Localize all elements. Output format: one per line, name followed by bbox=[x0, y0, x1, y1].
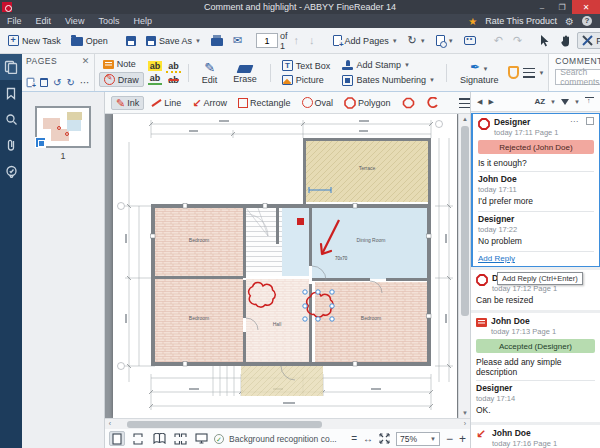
scroll-right-icon[interactable]: › bbox=[460, 419, 470, 429]
select-cursor-button[interactable] bbox=[536, 33, 554, 49]
collapse-all-icon[interactable] bbox=[585, 97, 594, 106]
sidebar-item-search[interactable] bbox=[0, 106, 22, 132]
rotate-button[interactable]: ↻ ▼ bbox=[404, 33, 430, 48]
save-button[interactable] bbox=[122, 34, 140, 48]
email-button[interactable]: ✉ bbox=[229, 33, 246, 48]
rate-product-link[interactable]: Rate This Product bbox=[485, 16, 557, 26]
gear-icon[interactable]: ⚙ bbox=[565, 16, 574, 27]
squiggly-underline-tool-button[interactable]: ab bbox=[166, 61, 181, 73]
continuous-view-button[interactable] bbox=[130, 431, 146, 446]
comments-search-input[interactable]: Search comments bbox=[555, 69, 600, 85]
two-page-view-button[interactable] bbox=[151, 431, 167, 446]
vertical-scroll-thumb[interactable] bbox=[461, 126, 469, 316]
new-task-button[interactable]: New Task bbox=[4, 33, 65, 48]
next-comment-button[interactable]: ▶ bbox=[488, 98, 493, 106]
text-box-button[interactable]: T Text Box bbox=[278, 59, 335, 72]
trash-icon[interactable] bbox=[40, 78, 48, 87]
page-number-input[interactable] bbox=[256, 33, 278, 48]
comment-thread[interactable]: ↙ John Doe today 17:16 Page 1 What's thi… bbox=[471, 425, 600, 448]
previous-comment-button[interactable]: ◀ bbox=[477, 98, 482, 106]
open-button[interactable]: Open bbox=[67, 33, 112, 48]
comment-checkbox[interactable] bbox=[586, 117, 594, 125]
sort-button[interactable]: AZ bbox=[534, 97, 545, 106]
comment-thread[interactable]: Designer today 17:12 Page 1 Add Reply (C… bbox=[471, 270, 600, 310]
fit-width-icon[interactable]: ↔ bbox=[363, 433, 373, 444]
zoom-out-button[interactable]: − bbox=[446, 433, 453, 445]
hand-tool-button[interactable] bbox=[556, 33, 575, 49]
next-page-button[interactable]: ↓ bbox=[305, 33, 319, 48]
print-button[interactable] bbox=[207, 33, 227, 48]
bates-numbering-button[interactable]: Bates Numbering ▼ bbox=[338, 74, 439, 87]
arrow-tool-button[interactable]: ↙ Arrow bbox=[188, 97, 231, 109]
filter-icon[interactable] bbox=[561, 99, 569, 105]
zoom-in-button[interactable]: + bbox=[459, 433, 466, 445]
cloud-tool-button[interactable] bbox=[398, 96, 419, 110]
line-tool-button[interactable]: Line bbox=[147, 97, 185, 109]
horizontal-scroll-thumb[interactable] bbox=[127, 421, 322, 428]
comment-thread[interactable]: Designer today 17:11 Page 1 ⋯ Rejected (… bbox=[471, 113, 600, 267]
help-icon[interactable]: ? bbox=[582, 16, 592, 26]
ink-tool-button[interactable]: ✎ Ink bbox=[111, 96, 144, 110]
strikethrough-tool-button[interactable]: ab bbox=[166, 75, 181, 85]
single-page-view-button[interactable] bbox=[109, 431, 125, 446]
page-preview-button[interactable]: ▼ bbox=[432, 33, 458, 48]
add-stamp-button[interactable]: Add Stamp ▼ bbox=[338, 59, 439, 72]
menu-edit[interactable]: Edit bbox=[29, 14, 59, 28]
sidebar-item-attachments[interactable] bbox=[0, 132, 22, 158]
revision-cloud-tool-button[interactable] bbox=[422, 96, 443, 110]
more-options-icon[interactable]: ⋯ bbox=[80, 77, 90, 88]
two-page-continuous-view-button[interactable] bbox=[172, 431, 188, 446]
signature-button[interactable]: ✒ ▼ Signature bbox=[454, 59, 505, 86]
sidebar-item-bookmarks[interactable] bbox=[0, 80, 22, 106]
rotate-right-icon[interactable]: ↻ bbox=[66, 77, 74, 88]
document-viewport[interactable]: Terrace Bedroom Dining Room Bedroom Hall… bbox=[105, 114, 470, 418]
save-as-button[interactable]: Save As ▼ bbox=[142, 34, 205, 48]
rectangle-tool-button[interactable]: Rectangle bbox=[234, 97, 295, 109]
menu-file[interactable]: File bbox=[0, 14, 29, 28]
erase-button[interactable]: Erase bbox=[227, 61, 263, 85]
comment-display-options-button[interactable]: ▼ bbox=[523, 68, 544, 78]
undo-button[interactable]: ↶ bbox=[490, 33, 507, 48]
menu-help[interactable]: Help bbox=[126, 14, 159, 28]
polygon-tool-button[interactable]: Polygon bbox=[340, 96, 395, 110]
edit-button[interactable]: ✎ Edit bbox=[196, 60, 224, 86]
fit-page-icon[interactable]: = bbox=[351, 433, 357, 444]
highlight-tool-button[interactable]: ab bbox=[148, 61, 163, 71]
horizontal-scrollbar[interactable]: ‹ › bbox=[105, 418, 470, 429]
sidebar-item-pages[interactable] bbox=[0, 54, 22, 80]
previous-page-button[interactable]: ↑ bbox=[290, 33, 304, 48]
comment-thread[interactable]: John Doe today 17:13 Page 1 Accepted (De… bbox=[471, 313, 600, 422]
annotation-red-square[interactable] bbox=[297, 218, 304, 225]
picture-button[interactable]: Picture bbox=[278, 74, 335, 86]
maximize-button[interactable]: ❐ bbox=[552, 0, 572, 14]
close-button[interactable]: ✕ bbox=[572, 0, 600, 14]
redact-button[interactable] bbox=[460, 34, 480, 47]
zoom-level-select[interactable]: 75% ▼ bbox=[396, 432, 440, 446]
expand-icon[interactable] bbox=[379, 433, 390, 444]
draw-button[interactable]: Draw bbox=[99, 72, 144, 87]
add-reply-link[interactable]: Add Reply bbox=[478, 251, 594, 264]
redo-button[interactable]: ↷ bbox=[509, 33, 526, 48]
scroll-down-icon[interactable]: ▼ bbox=[459, 408, 470, 418]
page-thumbnail[interactable] bbox=[35, 106, 91, 148]
minimize-button[interactable]: – bbox=[532, 0, 552, 14]
scroll-left-icon[interactable]: ‹ bbox=[105, 419, 115, 429]
shield-icon[interactable] bbox=[508, 66, 519, 79]
document-page[interactable]: Terrace Bedroom Dining Room Bedroom Hall… bbox=[113, 114, 457, 418]
sidebar-item-digital-signatures[interactable] bbox=[0, 158, 22, 184]
add-page-icon[interactable] bbox=[27, 78, 35, 87]
menu-view[interactable]: View bbox=[58, 14, 91, 28]
underline-green-tool-button[interactable]: ab bbox=[148, 73, 163, 85]
rotate-left-icon[interactable]: ↺ bbox=[53, 77, 61, 88]
note-button[interactable]: Note bbox=[99, 58, 144, 70]
oval-tool-button[interactable]: Oval bbox=[298, 96, 338, 109]
scroll-up-icon[interactable]: ▲ bbox=[459, 114, 470, 124]
title-bar: Comment and highlight - ABBYY FineReader… bbox=[0, 0, 600, 14]
menu-tools[interactable]: Tools bbox=[91, 14, 126, 28]
comment-menu-icon[interactable]: ⋯ bbox=[570, 117, 579, 126]
pdf-tools-button[interactable]: PDF Tools bbox=[577, 32, 600, 49]
add-pages-button[interactable]: Add Pages ▼ bbox=[329, 33, 402, 48]
pages-close-icon[interactable]: ✕ bbox=[82, 56, 90, 66]
vertical-scrollbar[interactable]: ▲ ▼ bbox=[458, 114, 470, 418]
fullscreen-view-button[interactable] bbox=[193, 431, 209, 446]
